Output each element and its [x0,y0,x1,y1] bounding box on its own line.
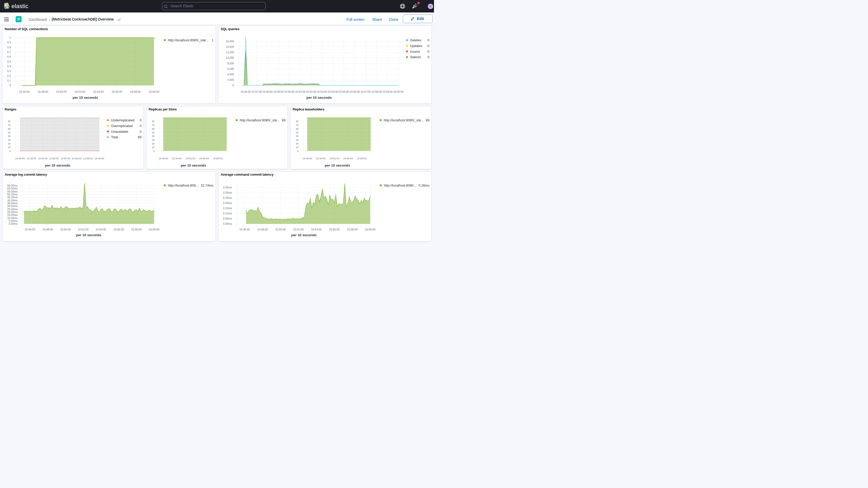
svg-text:15:54:00: 15:54:00 [93,91,104,94]
svg-text:http://localhost:8080/_sta...: http://localhost:8080/_sta... [240,118,279,122]
svg-text:70: 70 [152,123,155,126]
svg-text:0.9: 0.9 [7,41,11,44]
svg-text:Selects: Selects [410,55,421,59]
svg-text:12,000: 12,000 [226,51,234,54]
svg-text:5.00ms: 5.00ms [8,219,18,222]
svg-text:Inserts: Inserts [410,50,420,54]
svg-text:80: 80 [8,120,11,123]
svg-text:89: 89 [426,118,429,122]
svg-text:http://localhost:8080...: http://localhost:8080... [383,183,416,187]
svg-text:15:49:00: 15:49:00 [172,157,182,160]
svg-text:per 10 seconds: per 10 seconds [181,163,206,167]
svg-text:50: 50 [296,131,299,134]
svg-text:0: 0 [428,38,429,42]
svg-text:15:55:00: 15:55:00 [199,157,209,160]
svg-text:0.10ms: 0.10ms [223,212,232,215]
svg-text:Replica leaseholders: Replica leaseholders [292,107,324,111]
svg-text:15:46:00: 15:46:00 [240,91,251,94]
svg-text:15:47:00: 15:47:00 [251,91,262,94]
svg-text:15:50:00: 15:50:00 [56,91,66,94]
svg-text:15:49:00: 15:49:00 [273,91,283,94]
svg-text:15:54:00: 15:54:00 [311,228,322,231]
svg-text:15:50:00: 15:50:00 [284,91,294,94]
svg-text:0.20ms: 0.20ms [223,202,232,205]
svg-text:15:52:00: 15:52:00 [74,91,85,94]
svg-text:15:56:00: 15:56:00 [349,91,360,94]
svg-text:15:54:00: 15:54:00 [61,157,70,160]
svg-text:10: 10 [8,146,11,149]
svg-text:50: 50 [8,131,11,134]
svg-text:60: 60 [152,127,155,130]
svg-text:14,000: 14,000 [226,45,234,48]
svg-text:Ranges: Ranges [5,107,17,111]
svg-text:1: 1 [9,36,11,39]
svg-text:15:58:00: 15:58:00 [356,157,366,160]
svg-text:15:49:00: 15:49:00 [316,157,326,160]
svg-text:70: 70 [296,123,299,126]
svg-text:15:55:00: 15:55:00 [343,157,353,160]
svg-text:60: 60 [296,127,299,130]
svg-text:per 10 seconds: per 10 seconds [291,233,316,237]
svg-text:15:46:00: 15:46:00 [302,157,312,160]
svg-text:10: 10 [152,146,155,149]
svg-text:0.2: 0.2 [7,74,11,78]
svg-text:50.00ms: 50.00ms [7,193,18,196]
svg-text:15:50:00: 15:50:00 [60,228,71,231]
svg-text:55.00ms: 55.00ms [7,190,18,193]
svg-text:15:52:00: 15:52:00 [330,157,339,160]
svg-text:15:54:00: 15:54:00 [96,228,106,231]
svg-text:per 10 seconds: per 10 seconds [76,233,101,237]
svg-text:0.6: 0.6 [7,56,11,58]
svg-text:65.00ms: 65.00ms [7,184,18,187]
svg-text:30: 30 [152,138,155,141]
svg-text:0: 0 [140,124,142,128]
svg-text:15:58:00: 15:58:00 [371,91,382,94]
svg-text:0.00ms: 0.00ms [223,222,232,225]
svg-text:0.1: 0.1 [7,79,11,82]
svg-text:15:50:00: 15:50:00 [38,157,48,160]
svg-text:40: 40 [296,134,299,138]
svg-text:15:54:00: 15:54:00 [328,91,338,94]
svg-text:0: 0 [428,44,429,48]
svg-text:8,000: 8,000 [227,62,234,65]
svg-text:0.00ms: 0.00ms [8,222,18,225]
svg-text:15:46:00: 15:46:00 [19,91,30,94]
svg-text:0.5: 0.5 [7,60,11,63]
svg-text:20.00ms: 20.00ms [7,211,18,214]
svg-text:15:48:00: 15:48:00 [27,157,36,160]
svg-text:0: 0 [428,55,429,59]
svg-text:15:56:00: 15:56:00 [72,157,81,160]
svg-text:0: 0 [153,149,154,152]
svg-text:0.8: 0.8 [7,46,11,49]
svg-text:15:48:00: 15:48:00 [262,91,273,94]
svg-text:70: 70 [8,123,11,126]
svg-text:15:56:00: 15:56:00 [112,91,122,94]
svg-text:25.00ms: 25.00ms [7,208,18,211]
svg-text:6,000: 6,000 [227,67,234,70]
svg-text:15:46:00: 15:46:00 [158,157,168,160]
svg-text:Total: Total [111,135,118,139]
svg-text:15:58:00: 15:58:00 [130,91,141,94]
svg-text:50: 50 [152,131,155,134]
svg-text:Overreplicated: Overreplicated [111,124,132,128]
svg-text:15:46:00: 15:46:00 [16,157,25,160]
svg-text:15:58:00: 15:58:00 [83,157,93,160]
svg-text:Number of SQL connections: Number of SQL connections [5,27,48,31]
svg-text:15:56:00: 15:56:00 [113,228,124,231]
svg-text:0.35ms: 0.35ms [223,186,232,189]
svg-text:10.00ms: 10.00ms [7,216,18,220]
svg-text:http://localhost:8080/_stat...: http://localhost:8080/_stat... [168,38,209,42]
svg-text:0: 0 [140,129,142,133]
svg-text:15:52:00: 15:52:00 [186,157,195,160]
svg-text:30: 30 [8,138,11,141]
svg-text:Updates: Updates [410,44,422,48]
svg-text:15:53:00: 15:53:00 [317,91,327,94]
svg-text:2,000: 2,000 [227,79,234,82]
svg-text:15:51:00: 15:51:00 [295,91,305,94]
svg-text:Unavailable: Unavailable [111,129,128,133]
svg-text:60.00ms: 60.00ms [7,187,18,190]
svg-text:SQL queries: SQL queries [221,27,239,31]
svg-text:Average log commit latency: Average log commit latency [5,173,47,177]
svg-text:15:58:00: 15:58:00 [347,228,358,231]
svg-text:0.25ms: 0.25ms [223,196,232,199]
